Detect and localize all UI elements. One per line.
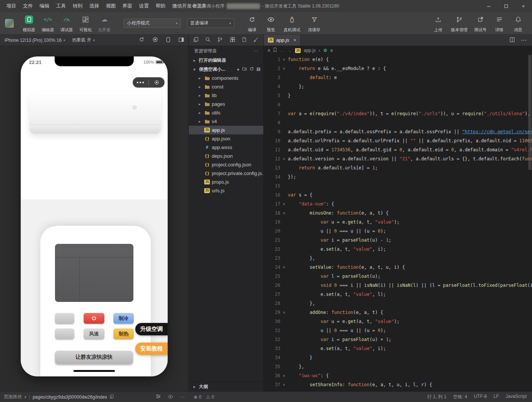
file-item[interactable]: {}project.config.json bbox=[189, 160, 263, 169]
toolbar-editor-button[interactable]: </> 编辑器 bbox=[38, 14, 57, 32]
breadcrumb-symbol[interactable]: e bbox=[330, 48, 333, 53]
breadcrumb-file[interactable]: app.js bbox=[304, 48, 316, 53]
fold-icon[interactable]: ∨ bbox=[279, 209, 289, 218]
code-line[interactable]: 2∨ return e && e.__esModule ? e : { bbox=[264, 64, 532, 73]
encoding[interactable]: UTF-8 bbox=[474, 394, 487, 400]
code-line[interactable]: 14}); bbox=[264, 172, 532, 181]
folder-item[interactable]: ▸const bbox=[189, 82, 263, 91]
menu-item[interactable]: 编辑 bbox=[36, 0, 53, 12]
menu-item[interactable]: 视图 bbox=[102, 0, 119, 12]
code-line[interactable]: 5} bbox=[264, 91, 532, 100]
code-line[interactable]: 23 }, bbox=[264, 254, 532, 263]
menu-item[interactable]: 设置 bbox=[136, 0, 152, 12]
code-line[interactable]: 3 default: e bbox=[264, 73, 532, 82]
code-line[interactable]: 21 var i = parseFloat(u) - 1; bbox=[264, 236, 532, 245]
search-icon[interactable] bbox=[205, 37, 211, 43]
remote-debug-button[interactable]: 真机调试 bbox=[280, 14, 304, 32]
code-line[interactable]: 26 void 0 === i || isNaN(i) || isNaN(l) … bbox=[264, 281, 532, 290]
install-tutorial-button[interactable]: 安装教程 bbox=[135, 343, 168, 355]
toolbar-simulator-button[interactable]: 模拟器 bbox=[20, 14, 38, 32]
code-editor[interactable]: 1∨function e(e) {2∨ return e && e.__esMo… bbox=[264, 55, 532, 391]
sliders-icon[interactable] bbox=[156, 394, 161, 400]
close-button[interactable]: × bbox=[515, 0, 532, 12]
fold-icon[interactable]: ∨ bbox=[279, 380, 289, 389]
copy-icon[interactable] bbox=[110, 394, 114, 400]
more-dots-icon[interactable]: ●●● bbox=[133, 81, 148, 84]
collapse-all-icon[interactable]: ⊟ bbox=[257, 67, 260, 72]
new-folder-icon[interactable] bbox=[242, 67, 247, 72]
code-line[interactable]: 9a.default.prefix = a.default.ossPrefix … bbox=[264, 127, 532, 136]
minimize-button[interactable]: ─ bbox=[480, 0, 497, 12]
power-button[interactable] bbox=[84, 313, 104, 324]
menu-item[interactable]: 帮助 bbox=[152, 0, 169, 12]
page-path-label[interactable]: 页面路径 bbox=[4, 394, 22, 400]
upgrade-ac-button[interactable]: 升级空调 bbox=[135, 323, 168, 335]
tab-app-js[interactable]: JS app.js × bbox=[264, 35, 301, 46]
code-line[interactable]: 10a.default.urlPrefix = a.default.urlPre… bbox=[264, 136, 532, 145]
miniapp-capsule[interactable]: ●●● bbox=[133, 77, 165, 88]
bookmark-icon[interactable] bbox=[273, 47, 277, 53]
fan-speed-button[interactable]: 风速 bbox=[84, 328, 104, 339]
menu-item[interactable]: 项目 bbox=[3, 0, 20, 12]
menu-item[interactable]: 选择 bbox=[86, 0, 102, 12]
device-frame-icon[interactable] bbox=[166, 37, 170, 44]
source-control-icon[interactable] bbox=[217, 37, 223, 43]
code-line[interactable]: 36∨ "iwx-wx": { bbox=[264, 371, 532, 380]
remote-button-blank-1[interactable] bbox=[55, 313, 74, 324]
editor-scrollbar[interactable] bbox=[528, 55, 532, 170]
mode-select[interactable]: 小程序模式 ▾ bbox=[124, 18, 181, 28]
maximize-button[interactable] bbox=[497, 0, 515, 12]
code-line[interactable]: 34 } bbox=[264, 353, 532, 362]
project-section[interactable]: ▾ 便携空调小... + ⊟ bbox=[189, 65, 263, 74]
menu-item[interactable]: 转到 bbox=[69, 0, 86, 12]
indent-setting[interactable]: 空格: 4 bbox=[453, 394, 467, 400]
device-select[interactable]: iPhone 12/13 (Pro) 100% 16 ▾ bbox=[5, 38, 65, 43]
outline-toggle-icon[interactable]: ≡ bbox=[268, 48, 270, 53]
code-line[interactable]: 25 var l = parseFloat(u); bbox=[264, 272, 532, 281]
folder-item[interactable]: ▸pages bbox=[189, 100, 263, 108]
compile-button[interactable]: 编译 bbox=[243, 14, 261, 32]
code-line[interactable]: 8 bbox=[264, 118, 532, 127]
theme-paint-icon[interactable] bbox=[254, 37, 259, 43]
record-icon[interactable] bbox=[153, 37, 158, 43]
dock-panel-icon[interactable] bbox=[179, 37, 184, 43]
language-mode[interactable]: JavaScript bbox=[506, 394, 527, 400]
page-path-value[interactable]: pages/cbygz9da3j50000dw26g/index bbox=[33, 394, 107, 400]
file-item[interactable]: JSurls.js bbox=[189, 186, 263, 195]
menu-item[interactable]: 工具 bbox=[53, 0, 69, 12]
menu-item[interactable]: 界面 bbox=[119, 0, 136, 12]
fold-icon[interactable]: ∨ bbox=[279, 55, 289, 64]
menu-item[interactable]: 文件 bbox=[20, 0, 36, 12]
fold-icon[interactable]: ∨ bbox=[279, 371, 289, 380]
toolbar-visualizer-button[interactable]: 可视化 bbox=[76, 14, 95, 32]
outline-section[interactable]: ▸ 大纲 bbox=[189, 382, 263, 391]
fold-icon[interactable]: ∨ bbox=[279, 263, 289, 272]
code-line[interactable]: 7var a = e(require("./v4/index")), t = e… bbox=[264, 109, 532, 118]
toolbar-cloud-button[interactable]: ☁ 云开发 bbox=[95, 14, 114, 32]
extensions-icon[interactable] bbox=[230, 37, 235, 43]
test-account-button[interactable]: 测试号 bbox=[471, 14, 490, 32]
compile-mode-select[interactable]: 普通编译 ▾ bbox=[187, 18, 234, 28]
heat-button[interactable]: 制热 bbox=[113, 328, 134, 339]
file-item[interactable]: JSprops.js bbox=[189, 178, 263, 186]
eol-setting[interactable]: LF bbox=[494, 394, 499, 400]
cursor-position[interactable]: 行 1, 列 1 bbox=[427, 394, 446, 400]
code-line[interactable]: 16var s = { bbox=[264, 190, 532, 199]
new-file-icon[interactable]: + bbox=[237, 67, 240, 72]
code-line[interactable]: 20 u || 0 === u || (u = 0); bbox=[264, 227, 532, 236]
open-editors-section[interactable]: ▸ 打开的编辑器 bbox=[189, 56, 263, 65]
more-icon[interactable]: ⋯ bbox=[254, 48, 258, 53]
file-item[interactable]: {}project.private.config.js... bbox=[189, 169, 263, 178]
hot-reload-toggle[interactable]: 热重载 开 ▾ bbox=[72, 37, 95, 43]
problems-section[interactable]: ⊗ 0 ⚠ 0 bbox=[188, 394, 264, 400]
code-line[interactable]: 1∨function e(e) { bbox=[264, 55, 532, 64]
file-package-icon[interactable] bbox=[242, 37, 247, 43]
folder-item[interactable]: ▸lib bbox=[189, 91, 263, 100]
split-editor-icon[interactable] bbox=[510, 37, 515, 44]
exit-target-icon[interactable] bbox=[149, 80, 164, 85]
file-item[interactable]: #app.wxss bbox=[189, 143, 263, 152]
details-button[interactable]: 详情 bbox=[490, 14, 509, 32]
code-line[interactable]: 33 e.set(a, t, "value", i); bbox=[264, 344, 532, 353]
more-icon[interactable]: ⋯ bbox=[521, 37, 527, 44]
files-icon[interactable] bbox=[193, 37, 199, 43]
